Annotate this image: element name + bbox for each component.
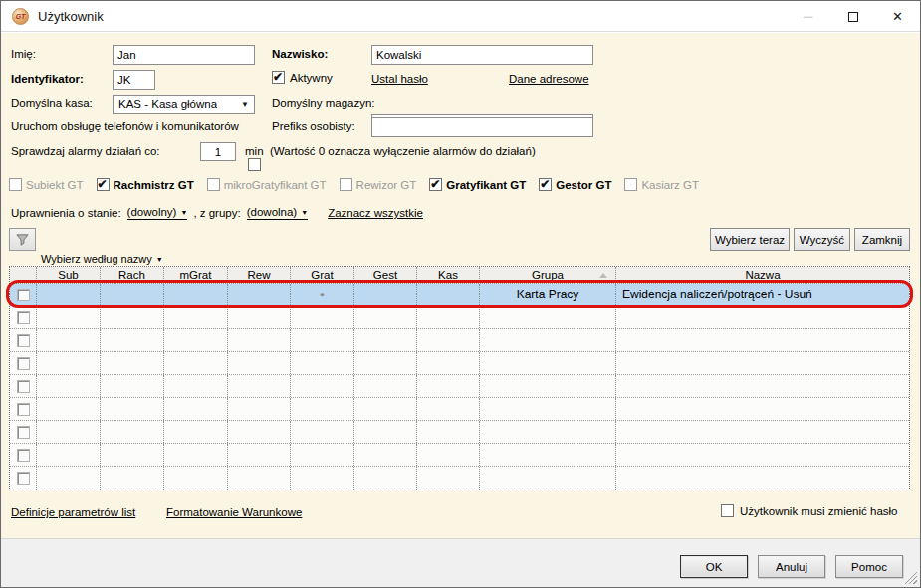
column-header-rew[interactable]: Rew (228, 267, 291, 283)
gestor-checkbox[interactable] (539, 178, 552, 191)
column-header-grupa[interactable]: Grupa (480, 267, 616, 283)
last-name-input[interactable] (371, 45, 593, 65)
column-header-rach[interactable]: Rach (101, 267, 164, 283)
table-row[interactable] (10, 467, 909, 490)
row-checkbox-cell (10, 352, 37, 374)
row-checkbox[interactable] (17, 334, 30, 347)
cell-gest (354, 467, 417, 490)
close-button[interactable]: ✕ (875, 1, 920, 32)
alarms-interval-input[interactable] (200, 142, 236, 161)
rewizor-checkbox[interactable] (340, 178, 352, 191)
permissions-table-body: ● Karta Pracy Ewidencja naliczeń/potrące… (10, 284, 909, 490)
selected-table-row[interactable]: ● Karta Pracy Ewidencja naliczeń/potrące… (10, 284, 909, 306)
permissions-group-dropdown[interactable]: (dowolna) ▼ (247, 206, 308, 220)
must-change-password-group[interactable]: Użytkownik musi zmienić hasło (721, 504, 898, 517)
column-header-kas[interactable]: Kas (417, 267, 480, 283)
product-checkbox-subiekt[interactable]: Subiekt GT (9, 178, 84, 191)
must-change-password-checkbox[interactable] (721, 504, 734, 517)
product-checkbox-rachmistrz[interactable]: Rachmistrz GT (97, 178, 194, 191)
alarms-label: Sprawdzaj alarmy działań co: (11, 145, 160, 157)
rewizor-label: Rewizor GT (356, 179, 417, 191)
cell-mgrat (164, 467, 228, 490)
table-row[interactable] (10, 329, 909, 352)
mikrogratyfikant-label: mikroGratyfikant GT (224, 179, 327, 191)
row-checkbox[interactable] (17, 426, 30, 439)
active-checkbox-group[interactable]: Aktywny (272, 71, 333, 84)
product-checkbox-rewizor[interactable]: Rewizor GT (340, 178, 417, 191)
default-warehouse-label: Domyślny magazyn: (272, 98, 375, 109)
maximize-button[interactable] (830, 1, 875, 32)
cell-grat (291, 467, 354, 490)
set-password-link[interactable]: Ustal hasło (371, 73, 428, 85)
cell-nazwa (616, 352, 909, 374)
column-header-gest[interactable]: Gest (354, 267, 417, 283)
table-row[interactable] (10, 444, 909, 467)
titlebar: GT Użytkownik ─ ✕ (1, 1, 920, 32)
row-checkbox[interactable] (17, 449, 30, 462)
product-checkbox-gratyfikant[interactable]: Gratyfikant GT (429, 178, 526, 191)
cancel-button[interactable]: Anuluj (758, 555, 825, 578)
product-checkbox-kasiarz[interactable]: Kasiarz GT (624, 178, 699, 191)
row-checkbox[interactable] (17, 357, 30, 370)
cell-nazwa: Ewidencja naliczeń/potrąceń - Usuń (616, 284, 909, 305)
cell-sub (37, 444, 101, 466)
row-checkbox[interactable] (17, 380, 30, 393)
table-row[interactable] (10, 306, 909, 329)
gratyfikant-checkbox[interactable] (429, 178, 442, 191)
first-name-input[interactable] (113, 45, 255, 65)
prefix-input[interactable] (371, 117, 593, 137)
select-by-name-link[interactable]: Wybierz według nazwy ▼ (41, 253, 163, 267)
active-label: Aktywny (290, 72, 333, 84)
phones-checkbox[interactable] (248, 158, 261, 171)
cell-kas (417, 421, 480, 443)
table-row[interactable] (10, 398, 909, 421)
permissions-group-value: (dowolna) (247, 206, 298, 218)
footer-bar: OK Anuluj Pomoc (1, 538, 920, 587)
row-checkbox[interactable] (17, 472, 30, 485)
column-header-grat[interactable]: Grat (291, 267, 354, 283)
row-checkbox[interactable] (17, 311, 30, 324)
close-panel-button[interactable]: Zamknij (854, 228, 910, 251)
row-checkbox[interactable] (17, 289, 30, 301)
row-checkbox[interactable] (17, 403, 30, 416)
cell-sub (37, 284, 101, 305)
ok-button[interactable]: OK (680, 555, 748, 578)
column-header-nazwa[interactable]: Nazwa (616, 267, 909, 283)
user-dialog-window: GT Użytkownik ─ ✕ Imię: Nazwisko: Identy… (0, 0, 921, 588)
kasiarz-checkbox[interactable] (624, 178, 637, 191)
kasiarz-label: Kasiarz GT (641, 179, 699, 191)
list-params-link[interactable]: Definicje parametrów list (11, 506, 135, 518)
cell-grat (291, 375, 354, 397)
column-header-mgrat[interactable]: mGrat (164, 267, 228, 283)
address-data-link[interactable]: Dane adresowe (509, 73, 589, 85)
cell-grat (291, 329, 354, 351)
default-cash-value: KAS - Kasa główna (118, 98, 217, 110)
phones-label: Uruchom obsługę telefonów i komunikatoró… (11, 120, 239, 132)
default-cash-select[interactable]: KAS - Kasa główna ▼ (113, 95, 255, 114)
permissions-state-dropdown[interactable]: (dowolny) ▼ (127, 206, 188, 220)
resize-grip[interactable] (904, 571, 917, 584)
cell-rach (101, 398, 164, 420)
identifier-input[interactable] (113, 70, 155, 90)
filter-button[interactable] (9, 228, 36, 251)
conditional-formatting-link[interactable]: Formatowanie Warunkowe (166, 506, 302, 518)
mikrogratyfikant-checkbox[interactable] (207, 178, 220, 191)
cell-gest (354, 398, 417, 420)
product-checkbox-gestor[interactable]: Gestor GT (539, 178, 611, 191)
choose-now-button[interactable]: Wybierz teraz (710, 228, 790, 251)
table-row[interactable] (10, 375, 909, 398)
product-checkbox-mikrogratyfikant[interactable]: mikroGratyfikant GT (207, 178, 327, 191)
help-button[interactable]: Pomoc (835, 555, 903, 578)
subiekt-checkbox[interactable] (9, 178, 22, 191)
active-checkbox[interactable] (272, 71, 285, 84)
cell-grat: ● (291, 284, 354, 305)
table-row[interactable] (10, 421, 909, 444)
permissions-state-value: (dowolny) (127, 206, 177, 218)
cell-rach (101, 284, 164, 305)
rachmistrz-checkbox[interactable] (97, 178, 110, 191)
select-all-link[interactable]: Zaznacz wszystkie (328, 207, 423, 219)
column-header-sub[interactable]: Sub (37, 267, 101, 283)
chevron-down-icon: ▼ (156, 256, 163, 263)
table-row[interactable] (10, 352, 909, 375)
clear-button[interactable]: Wyczyść (794, 228, 850, 251)
